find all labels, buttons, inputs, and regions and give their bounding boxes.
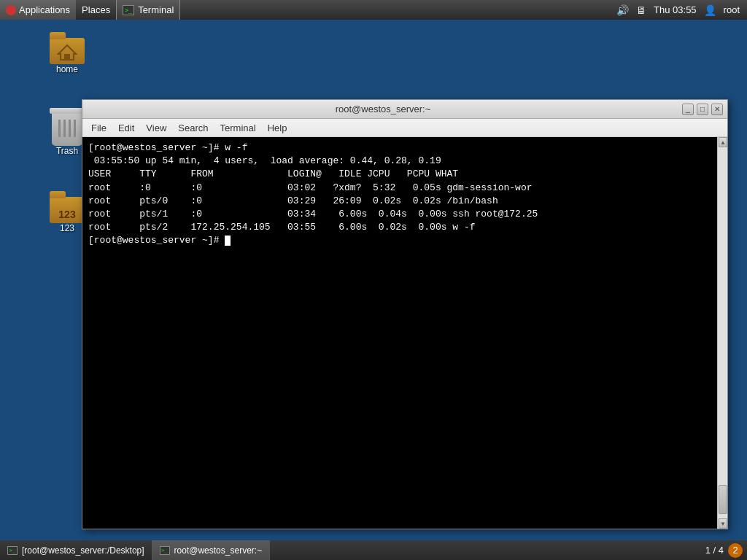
terminal-window: root@westos_server:~ _ □ ✕ File Edit Vie… [82,99,728,529]
applications-label: Applications [19,4,70,15]
system-tray: 🔊 🖥 Thu 03:55 👤 root [616,4,747,16]
pager-number[interactable]: 2 [728,543,743,558]
taskbar-desktop-item[interactable]: >_ [root@westos_server:/Desktop] [0,540,152,560]
terminal-content[interactable]: [root@westos_server ~]# w -f 03:55:50 up… [82,137,727,529]
taskbar-desktop-label: [root@westos_server:/Desktop] [22,545,144,556]
view-menu[interactable]: View [140,121,172,135]
file-menu[interactable]: File [85,121,112,135]
scrollbar-down[interactable]: ▼ [719,518,727,529]
applications-menu[interactable]: Applications [0,0,76,20]
scrollbar-thumb[interactable] [719,485,727,514]
apple-icon [6,5,16,15]
places-menu[interactable]: Places [76,0,116,20]
terminal-cursor [225,236,231,246]
user-icon: 👤 [704,4,716,16]
terminal-titlebar: root@westos_server:~ _ □ ✕ [82,100,727,119]
close-button[interactable]: ✕ [711,104,723,115]
svg-rect-1 [64,54,70,60]
taskbar-terminal-item[interactable]: >_ root@westos_server:~ [152,540,271,560]
terminal-menu[interactable]: >_ Terminal [116,0,180,20]
places-label: Places [82,4,110,15]
home-folder-icon[interactable]: home [38,29,96,74]
edit-menu[interactable]: Edit [112,121,140,135]
desktop-task-icon: >_ [7,546,18,555]
terminal-menubar: File Edit View Search Terminal Help [82,119,727,137]
trash-label: Trash [56,146,78,156]
display-icon[interactable]: 🖥 [636,4,646,16]
minimize-button[interactable]: _ [682,104,694,115]
user-label: root [724,4,740,15]
terminal-task-icon: >_ [160,546,170,555]
volume-icon[interactable]: 🔊 [616,4,629,16]
maximize-button[interactable]: □ [697,104,708,115]
terminal-title: root@westos_server:~ [87,104,679,114]
help-menu[interactable]: Help [262,121,293,135]
clock: Thu 03:55 [654,4,697,15]
search-menu[interactable]: Search [172,121,214,135]
folder-123-label: 123 [60,223,74,233]
terminal-menu-entry[interactable]: Terminal [214,121,262,135]
terminal-scrollbar[interactable]: ▲ ▼ [717,137,727,529]
scrollbar-up[interactable]: ▲ [719,137,727,147]
taskbar-terminal-label: root@westos_server:~ [174,545,263,556]
terminal-icon: >_ [123,5,134,15]
pager-text: 1 / 4 [705,545,724,556]
top-taskbar: Applications Places >_ Terminal 🔊 🖥 Thu … [0,0,747,20]
home-label: home [56,64,78,74]
terminal-label: Terminal [138,4,174,15]
taskbar-pager: 1 / 4 2 [705,543,747,558]
bottom-taskbar: >_ [root@westos_server:/Desktop] >_ root… [0,540,747,560]
